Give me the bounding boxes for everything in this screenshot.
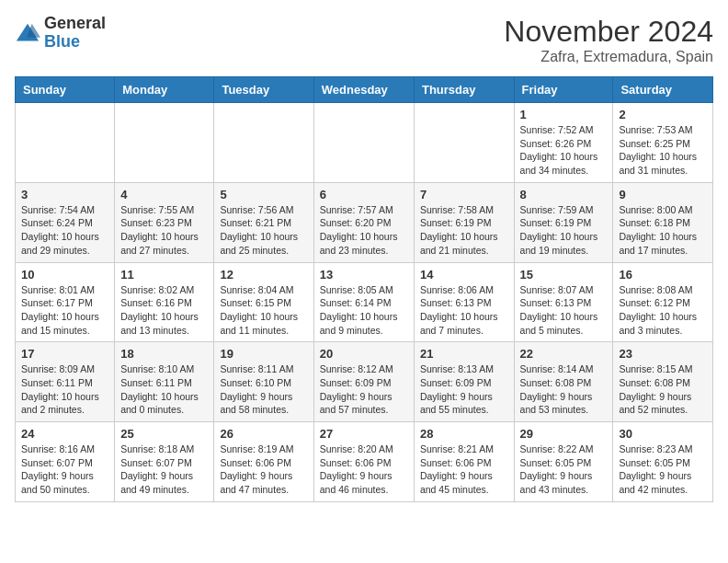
day-number: 19 [220,347,307,361]
day-cell: 3Sunrise: 7:54 AM Sunset: 6:24 PM Daylig… [16,182,115,262]
week-row-2: 3Sunrise: 7:54 AM Sunset: 6:24 PM Daylig… [16,182,713,262]
day-number: 4 [120,188,208,201]
day-cell: 28Sunrise: 8:21 AM Sunset: 6:06 PM Dayli… [414,422,514,502]
day-info: Sunrise: 8:07 AM Sunset: 6:13 PM Dayligh… [520,283,608,338]
day-number: 21 [420,347,508,361]
day-info: Sunrise: 7:54 AM Sunset: 6:24 PM Dayligh… [21,203,108,258]
day-cell: 25Sunrise: 8:18 AM Sunset: 6:07 PM Dayli… [115,422,214,502]
day-cell: 9Sunrise: 8:00 AM Sunset: 6:18 PM Daylig… [613,182,713,262]
day-number: 23 [619,347,707,361]
day-info: Sunrise: 8:00 AM Sunset: 6:18 PM Dayligh… [619,203,707,258]
day-info: Sunrise: 8:13 AM Sunset: 6:09 PM Dayligh… [420,362,508,417]
day-info: Sunrise: 8:10 AM Sunset: 6:11 PM Dayligh… [120,362,208,417]
day-number: 27 [320,427,408,441]
day-info: Sunrise: 8:09 AM Sunset: 6:11 PM Dayligh… [21,362,108,417]
day-info: Sunrise: 8:06 AM Sunset: 6:13 PM Dayligh… [420,283,508,338]
day-header-tuesday: Tuesday [214,77,313,103]
day-info: Sunrise: 8:14 AM Sunset: 6:08 PM Dayligh… [520,362,608,417]
day-number: 13 [320,268,408,282]
day-number: 25 [120,427,208,441]
day-info: Sunrise: 8:01 AM Sunset: 6:17 PM Dayligh… [21,283,108,338]
day-number: 17 [21,347,108,361]
day-header-thursday: Thursday [414,77,514,103]
day-header-friday: Friday [514,77,613,103]
logo-general: General [44,15,106,33]
day-info: Sunrise: 8:18 AM Sunset: 6:07 PM Dayligh… [120,442,208,497]
day-cell: 23Sunrise: 8:15 AM Sunset: 6:08 PM Dayli… [613,342,713,422]
day-number: 14 [420,268,508,282]
day-cell: 12Sunrise: 8:04 AM Sunset: 6:15 PM Dayli… [214,262,313,342]
logo-text: General Blue [44,15,106,52]
day-cell [313,103,414,183]
day-info: Sunrise: 8:05 AM Sunset: 6:14 PM Dayligh… [320,283,408,338]
day-cell: 14Sunrise: 8:06 AM Sunset: 6:13 PM Dayli… [414,262,514,342]
day-number: 7 [420,188,508,201]
day-cell: 29Sunrise: 8:22 AM Sunset: 6:05 PM Dayli… [514,422,613,502]
day-info: Sunrise: 8:02 AM Sunset: 6:16 PM Dayligh… [120,283,208,338]
day-number: 10 [21,268,108,282]
day-info: Sunrise: 7:52 AM Sunset: 6:26 PM Dayligh… [520,123,608,178]
day-header-monday: Monday [115,77,214,103]
day-number: 5 [220,188,307,201]
day-header-wednesday: Wednesday [313,77,414,103]
day-info: Sunrise: 8:20 AM Sunset: 6:06 PM Dayligh… [320,442,408,497]
day-cell: 16Sunrise: 8:08 AM Sunset: 6:12 PM Dayli… [613,262,713,342]
day-number: 16 [619,268,707,282]
day-info: Sunrise: 7:55 AM Sunset: 6:23 PM Dayligh… [120,203,208,258]
day-cell: 5Sunrise: 7:56 AM Sunset: 6:21 PM Daylig… [214,182,313,262]
logo: General Blue [15,15,106,52]
day-info: Sunrise: 7:58 AM Sunset: 6:19 PM Dayligh… [420,203,508,258]
day-cell: 30Sunrise: 8:23 AM Sunset: 6:05 PM Dayli… [613,422,713,502]
day-cell: 10Sunrise: 8:01 AM Sunset: 6:17 PM Dayli… [16,262,115,342]
title-section: November 2024 Zafra, Extremadura, Spain [504,15,713,65]
day-cell: 17Sunrise: 8:09 AM Sunset: 6:11 PM Dayli… [16,342,115,422]
day-number: 22 [520,347,608,361]
day-cell: 26Sunrise: 8:19 AM Sunset: 6:06 PM Dayli… [214,422,313,502]
day-number: 26 [220,427,307,441]
day-cell: 21Sunrise: 8:13 AM Sunset: 6:09 PM Dayli… [414,342,514,422]
day-number: 18 [120,347,208,361]
day-number: 24 [21,427,108,441]
week-row-3: 10Sunrise: 8:01 AM Sunset: 6:17 PM Dayli… [16,262,713,342]
day-number: 3 [21,188,108,201]
day-cell [16,103,115,183]
day-cell: 19Sunrise: 8:11 AM Sunset: 6:10 PM Dayli… [214,342,313,422]
day-cell: 18Sunrise: 8:10 AM Sunset: 6:11 PM Dayli… [115,342,214,422]
day-cell: 13Sunrise: 8:05 AM Sunset: 6:14 PM Dayli… [313,262,414,342]
day-cell: 7Sunrise: 7:58 AM Sunset: 6:19 PM Daylig… [414,182,514,262]
day-info: Sunrise: 7:57 AM Sunset: 6:20 PM Dayligh… [320,203,408,258]
day-cell [115,103,214,183]
day-info: Sunrise: 7:59 AM Sunset: 6:19 PM Dayligh… [520,203,608,258]
day-cell: 4Sunrise: 7:55 AM Sunset: 6:23 PM Daylig… [115,182,214,262]
header-section: General Blue November 2024 Zafra, Extrem… [15,15,713,65]
day-header-sunday: Sunday [16,77,115,103]
day-cell: 8Sunrise: 7:59 AM Sunset: 6:19 PM Daylig… [514,182,613,262]
logo-blue: Blue [44,33,106,52]
day-cell [414,103,514,183]
week-row-4: 17Sunrise: 8:09 AM Sunset: 6:11 PM Dayli… [16,342,713,422]
week-row-5: 24Sunrise: 8:16 AM Sunset: 6:07 PM Dayli… [16,422,713,502]
day-cell: 1Sunrise: 7:52 AM Sunset: 6:26 PM Daylig… [514,103,613,183]
day-info: Sunrise: 7:53 AM Sunset: 6:25 PM Dayligh… [619,123,707,178]
week-row-1: 1Sunrise: 7:52 AM Sunset: 6:26 PM Daylig… [16,103,713,183]
day-number: 9 [619,188,707,201]
logo-icon [15,20,40,46]
day-info: Sunrise: 8:23 AM Sunset: 6:05 PM Dayligh… [619,442,707,497]
day-cell: 6Sunrise: 7:57 AM Sunset: 6:20 PM Daylig… [313,182,414,262]
day-header-saturday: Saturday [613,77,713,103]
day-cell: 2Sunrise: 7:53 AM Sunset: 6:25 PM Daylig… [613,103,713,183]
month-title: November 2024 [504,15,713,49]
day-info: Sunrise: 7:56 AM Sunset: 6:21 PM Dayligh… [220,203,307,258]
day-cell: 20Sunrise: 8:12 AM Sunset: 6:09 PM Dayli… [313,342,414,422]
day-number: 29 [520,427,608,441]
day-number: 20 [320,347,408,361]
day-number: 1 [520,108,608,121]
day-info: Sunrise: 8:04 AM Sunset: 6:15 PM Dayligh… [220,283,307,338]
day-cell: 11Sunrise: 8:02 AM Sunset: 6:16 PM Dayli… [115,262,214,342]
day-info: Sunrise: 8:15 AM Sunset: 6:08 PM Dayligh… [619,362,707,417]
day-cell: 15Sunrise: 8:07 AM Sunset: 6:13 PM Dayli… [514,262,613,342]
day-cell: 27Sunrise: 8:20 AM Sunset: 6:06 PM Dayli… [313,422,414,502]
calendar: SundayMondayTuesdayWednesdayThursdayFrid… [15,76,713,502]
day-info: Sunrise: 8:16 AM Sunset: 6:07 PM Dayligh… [21,442,108,497]
day-info: Sunrise: 8:08 AM Sunset: 6:12 PM Dayligh… [619,283,707,338]
